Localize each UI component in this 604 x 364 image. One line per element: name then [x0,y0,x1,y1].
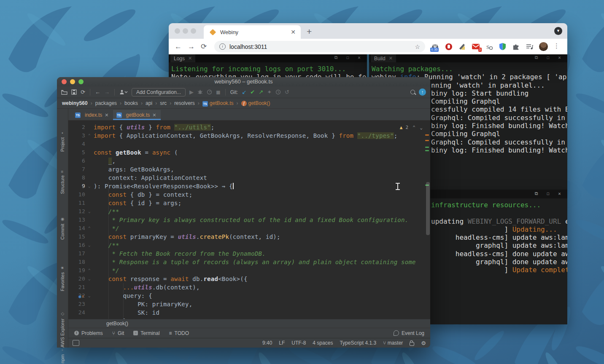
code-line[interactable]: 24 SK: id [68,308,430,317]
logs-close-icon[interactable]: ✕ [188,56,192,61]
code-line[interactable]: 6 _, [68,157,430,165]
typescript-version[interactable]: TypeScript 4.1.3 [340,340,376,346]
code-line[interactable]: 5const getBook = async ( [68,148,430,157]
code-line[interactable]: 12⌄ /** [68,207,430,216]
open-folder-icon[interactable] [61,90,67,95]
fold-marker[interactable] [85,165,94,174]
run-config-user-icon[interactable] [119,89,128,95]
site-info-icon[interactable]: i [219,43,226,50]
caret-position[interactable]: 9:40 [262,340,272,346]
code-line[interactable]: 25⌃ } [68,317,430,319]
fold-marker[interactable] [85,174,94,182]
tab-close-icon[interactable]: ✕ [105,112,108,118]
code-line[interactable]: 7 args: GetBookArgs, [68,165,430,174]
stripe-item-npm[interactable]: npm▫ [57,348,68,363]
breadcrumb-item[interactable]: resolvers [174,100,195,106]
build-window-icons[interactable]: ⧉ ☐ ✕ [535,55,564,60]
fold-marker[interactable] [85,190,94,199]
back-navigation-icon[interactable]: ← [95,89,100,95]
toolwindow-problems[interactable]: !Problems [74,330,103,336]
next-warning-icon[interactable]: ⌃ [420,123,423,132]
prev-warning-icon[interactable]: ⌃ [413,123,415,132]
profile-avatar[interactable] [539,42,548,51]
fold-marker[interactable]: ⌄ [85,182,94,190]
run-icon[interactable]: ▶ [189,89,194,95]
file-encoding[interactable]: UTF-8 [291,340,306,346]
shield-extension-icon[interactable] [499,43,507,51]
highlighting-level-icon[interactable]: ⚙ [421,340,426,346]
fold-marker[interactable] [85,249,94,258]
code-line[interactable]: 2import { utils } from "../utils"; [68,123,430,131]
code-line[interactable]: 16⌄ /** [68,241,430,249]
ide-minimize-button[interactable] [70,79,75,84]
breadcrumb-item[interactable]: api [146,100,152,106]
infra-window-icons[interactable]: ⧉ ☐ ✕ [535,191,564,196]
code-line[interactable]: 17 * Fetch the Book record from the Dyna… [68,249,430,258]
add-configuration-button[interactable]: Add Configuration... [132,88,186,96]
fold-marker[interactable] [85,157,94,165]
warning-stripe-mark[interactable] [425,134,429,136]
editor-tab-getBook.ts[interactable]: TSgetBook.ts✕ [113,110,161,120]
colorpicker-extension-icon[interactable] [458,43,466,51]
fold-marker[interactable]: ⌄ [85,275,94,283]
stripe-item-commit[interactable]: Commit◉ [57,217,68,240]
code-line[interactable]: 4 [68,140,430,148]
code-line[interactable]: 23 PK: primaryKey, [68,300,430,308]
toolwindow-toggle-icon[interactable] [73,340,79,346]
profiler-icon[interactable] [207,89,212,95]
save-icon[interactable] [71,89,77,95]
bookmark-star-icon[interactable]: ☆ [415,43,420,50]
forward-navigation-icon[interactable]: → [104,89,110,95]
fold-marker[interactable] [85,308,94,317]
rollback-icon[interactable]: ↺ [285,89,289,95]
url-text[interactable]: localhost:3011 [229,43,415,50]
inspection-widget[interactable]: ▲ 2 ⌃ ⌃ [400,123,423,132]
fold-marker[interactable] [85,216,94,224]
git-push-icon[interactable]: ↗ [259,89,263,95]
stripe-item-aws-explorer[interactable]: AWS Explorer◇ [57,312,68,348]
fold-marker[interactable] [85,258,94,266]
fold-marker[interactable] [85,300,94,308]
logs-window-icons[interactable]: ⧉ ☐ ✕ [334,55,364,60]
build-close-icon[interactable]: ✕ [389,56,393,61]
tab-close-icon[interactable]: ✕ [290,29,297,35]
git-diff-icon[interactable]: ✦ [267,89,272,95]
editor-tab-index.ts[interactable]: TSindex.ts✕ [72,110,113,120]
update-available-icon[interactable]: ↑ [419,88,426,96]
sync-icon[interactable]: ⟳ [81,89,85,95]
indent-setting[interactable]: 4 spaces [313,340,333,346]
search-everywhere-icon[interactable] [410,90,415,94]
line-ending[interactable]: LF [279,340,285,346]
reload-button[interactable]: ⟳ [201,42,207,51]
stripe-item-structure[interactable]: Structure≡ [57,171,68,194]
blocker-extension-icon[interactable] [445,43,453,51]
session-extension-icon[interactable]: S [485,43,493,51]
browser-menu-icon[interactable]: ⋮ [553,42,560,50]
code-line[interactable]: 8 context: ApplicationContext [68,174,430,182]
code-line[interactable]: 20⌄ const response = await db.read<Book>… [68,275,430,283]
history-icon[interactable] [275,89,281,95]
browser-tab[interactable]: Webiny ✕ [204,25,301,39]
editor-scrollbar[interactable] [426,182,430,235]
fold-marker[interactable] [85,140,94,148]
change-stripe-mark[interactable] [425,150,429,151]
code-line[interactable]: 22⌄◉↑ query: { [68,292,430,300]
code-editor[interactable]: 2import { utils } from "../utils";3⌃impo… [68,120,430,319]
stripe-item-project[interactable]: Project▪ [57,131,68,152]
fold-marker[interactable]: ⌃ [85,131,94,140]
new-tab-button[interactable]: + [307,27,312,37]
warning-stripe-mark[interactable] [425,140,429,141]
code-line[interactable]: 14⌃ */ [68,224,430,233]
toolwindow-git[interactable]: ⑂Git [112,330,124,336]
fold-marker[interactable] [85,148,94,157]
playlist-extension-icon[interactable] [526,43,534,51]
fold-marker[interactable] [85,283,94,292]
code-line[interactable]: 13 * Primary key is always constructed o… [68,216,430,224]
code-line[interactable]: 19⌃ */ [68,266,430,275]
puzzle-extension-icon[interactable] [512,43,520,51]
back-button[interactable]: ← [175,43,182,51]
stop-icon[interactable]: ◼ [216,89,221,95]
fold-marker[interactable] [85,199,94,207]
git-branch-widget[interactable]: ⑂ master [383,340,403,346]
tab-search-button[interactable]: ▼ [554,27,562,35]
